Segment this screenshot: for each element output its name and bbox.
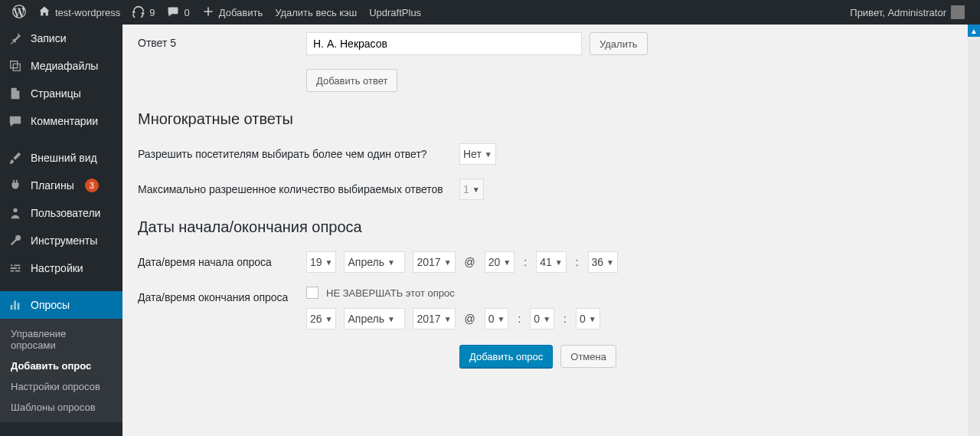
caret-icon: ▼	[503, 258, 511, 267]
start-year-select[interactable]: 2017▼	[413, 251, 455, 273]
start-hour-select[interactable]: 20▼	[485, 251, 514, 273]
plugins-badge: 3	[85, 179, 99, 192]
comments-count: 0	[184, 7, 189, 18]
caret-icon: ▼	[606, 258, 614, 267]
end-year-select[interactable]: 2017▼	[413, 308, 455, 329]
colon-separator: :	[562, 313, 568, 325]
at-separator: @	[463, 313, 477, 325]
caret-icon: ▼	[387, 258, 395, 267]
start-date-label: Дата/время начала опроса	[138, 251, 306, 268]
submenu-options[interactable]: Настройки опросов	[0, 376, 122, 397]
end-month-select[interactable]: Апрель▼	[344, 308, 405, 329]
comments-link[interactable]: 0	[161, 0, 195, 25]
site-name: test-wordpress	[55, 7, 120, 18]
avatar	[951, 5, 965, 19]
submenu-manage[interactable]: Управление опросами	[0, 323, 122, 356]
allow-multi-value: Нет	[463, 148, 482, 160]
menu-settings-label: Настройки	[31, 262, 83, 274]
answer5-input[interactable]	[306, 32, 582, 55]
menu-appearance-label: Внешний вид	[31, 152, 97, 164]
svg-point-0	[13, 208, 17, 212]
clear-cache-link[interactable]: Удалить весь кэш	[269, 0, 363, 25]
caret-icon: ▼	[543, 315, 550, 323]
plus-icon	[202, 5, 214, 20]
submit-button[interactable]: Добавить опрос	[459, 345, 553, 368]
colon-separator: :	[522, 256, 528, 268]
menu-media[interactable]: Медиафайлы	[0, 52, 122, 80]
account-link[interactable]: Привет, Administrator	[844, 0, 971, 25]
end-min-select[interactable]: 0▼	[530, 308, 554, 329]
end-sec-select[interactable]: 0▼	[576, 308, 600, 329]
allow-multi-select[interactable]: Нет ▼	[459, 143, 496, 165]
start-day-select[interactable]: 19▼	[306, 251, 336, 273]
at-separator: @	[463, 256, 477, 268]
menu-users[interactable]: Пользователи	[0, 199, 122, 227]
end-day-select[interactable]: 26▼	[306, 308, 336, 329]
start-month-select[interactable]: Апрель▼	[344, 251, 405, 273]
wordpress-icon	[12, 5, 26, 21]
home-icon	[38, 5, 51, 20]
chart-icon	[8, 297, 23, 313]
updraft-label: UpdraftPlus	[369, 7, 421, 18]
sliders-icon	[8, 261, 23, 276]
menu-posts[interactable]: Записи	[0, 25, 122, 52]
add-new-label: Добавить	[219, 7, 263, 18]
menu-polls-label: Опросы	[31, 299, 70, 311]
max-answers-select[interactable]: 1 ▼	[459, 179, 484, 200]
caret-icon: ▼	[472, 185, 480, 194]
caret-icon: ▼	[555, 258, 563, 267]
start-sec-select[interactable]: 36▼	[588, 251, 618, 273]
add-answer-button[interactable]: Добавить ответ	[306, 69, 397, 92]
caret-icon: ▼	[485, 150, 492, 159]
scroll-up-icon[interactable]: ▲	[968, 25, 980, 37]
menu-settings[interactable]: Настройки	[0, 254, 122, 282]
scrollbar[interactable]: ▲	[968, 25, 980, 436]
answer5-label: Ответ 5	[138, 32, 306, 49]
answer5-row: Ответ 5 Удалить	[138, 32, 965, 55]
max-answers-row: Максимально разрешенное количество выбир…	[138, 179, 965, 200]
comment-icon	[8, 113, 23, 129]
menu-comments-label: Комментарии	[31, 115, 98, 127]
menu-loco[interactable]: Loco Translate	[0, 431, 122, 436]
wrench-icon	[8, 233, 23, 248]
updates-link[interactable]: 9	[126, 0, 161, 25]
media-icon	[8, 58, 23, 74]
menu-pages[interactable]: Страницы	[0, 80, 122, 107]
delete-answer-button[interactable]: Удалить	[590, 32, 648, 55]
end-date-label: Дата/время окончания опроса	[138, 287, 306, 303]
menu-comments[interactable]: Комментарии	[0, 107, 122, 135]
caret-icon: ▼	[444, 258, 452, 267]
colon-separator: :	[516, 313, 522, 325]
main-content: Ответ 5 Удалить Добавить ответ Многократ…	[122, 25, 980, 436]
admin-bar: test-wordpress 9 0 Добавить Удалить весь…	[0, 0, 980, 25]
add-new-link[interactable]: Добавить	[196, 0, 269, 25]
menu-tools[interactable]: Инструменты	[0, 227, 122, 254]
dont-end-checkbox[interactable]	[306, 287, 318, 299]
menu-plugins[interactable]: Плагины 3	[0, 172, 122, 199]
submenu-templates[interactable]: Шаблоны опросов	[0, 397, 122, 418]
menu-media-label: Медиафайлы	[31, 60, 98, 72]
refresh-icon	[132, 5, 145, 20]
allow-multi-row: Разрешить посетителям выбирать более чем…	[138, 143, 965, 165]
admin-sidebar: Записи Медиафайлы Страницы Комментарии В…	[0, 25, 122, 436]
wp-logo[interactable]	[6, 0, 32, 25]
updraft-link[interactable]: UpdraftPlus	[363, 0, 427, 25]
dont-end-label: НЕ ЗАВЕРШАТЬ этот опрос	[326, 287, 455, 299]
submenu-add[interactable]: Добавить опрос	[0, 356, 122, 376]
menu-posts-label: Записи	[31, 32, 66, 44]
cancel-button[interactable]: Отмена	[560, 345, 616, 368]
colon-separator: :	[574, 256, 580, 268]
menu-pages-label: Страницы	[31, 87, 81, 100]
howdy-text: Привет, Administrator	[850, 7, 946, 18]
max-answers-value: 1	[463, 183, 469, 195]
menu-appearance[interactable]: Внешний вид	[0, 144, 122, 172]
page-icon	[8, 86, 23, 101]
site-name-link[interactable]: test-wordpress	[32, 0, 126, 25]
start-min-select[interactable]: 41▼	[536, 251, 566, 273]
caret-icon: ▼	[325, 258, 333, 267]
menu-polls[interactable]: Опросы	[0, 291, 122, 319]
pin-icon	[8, 31, 23, 46]
max-answers-label: Максимально разрешенное количество выбир…	[138, 179, 459, 195]
caret-icon: ▼	[444, 315, 452, 323]
end-hour-select[interactable]: 0▼	[485, 308, 509, 329]
